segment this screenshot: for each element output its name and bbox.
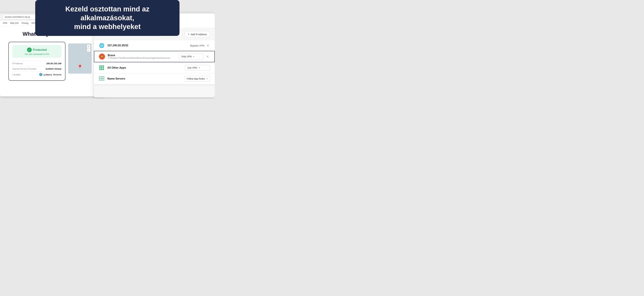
rule-action: Only VPN ▾ ✕	[179, 54, 210, 60]
pia-shield-row: ✓ Protected	[27, 48, 47, 52]
shield-icon: ✓	[27, 48, 32, 52]
rule-info: Name Servers	[107, 77, 182, 80]
table-row: Name Servers Follow App Rules ▾	[94, 73, 215, 84]
pia-ip-value: 195.80.150.189	[46, 62, 62, 65]
rule-info: 157.240.20.35/32	[107, 44, 188, 47]
banner: Kezeld osztottan mind az alkalmazásokat,…	[35, 0, 180, 36]
table-row: 🌐 157.240.20.35/32 Bypass VPN ✕	[94, 40, 215, 51]
name-servers-icon	[99, 76, 105, 82]
pia-ip-row: IP Address 195.80.150.189	[12, 61, 62, 66]
pia-protected-label: Protected	[33, 48, 47, 52]
brave-action-dropdown[interactable]: Only VPN ▾	[179, 54, 204, 60]
map-zoom-in-button[interactable]: +	[87, 44, 90, 48]
all-apps-action-label: Use VPN	[188, 66, 197, 69]
pia-widget: ✓ Protected You are connected to PIA IP …	[8, 42, 66, 81]
brave-action-label: Only VPN	[181, 55, 192, 58]
map-area: + − 📍	[68, 44, 92, 74]
remove-brave-rule-button[interactable]: ✕	[205, 54, 210, 59]
pia-connected-label: You are connected to PIA	[25, 53, 49, 55]
rule-name: Brave	[108, 54, 176, 57]
nav-pricing[interactable]: Pricing	[22, 22, 28, 24]
globe-icon: 🌐	[99, 42, 105, 48]
all-apps-icon	[99, 65, 105, 71]
pia-location-row: Location 🌍 Ljubljana, Slovenia	[12, 72, 62, 77]
apps-grid-icon	[99, 66, 104, 70]
rule-info: All Other Apps	[107, 66, 182, 69]
nav-why-pia[interactable]: Why PIA	[10, 22, 19, 24]
pia-location-label: Location	[12, 73, 21, 76]
rule-action: Bypass VPN ✕	[190, 43, 210, 48]
brave-dropdown-chevron-icon: ▾	[193, 55, 194, 58]
table-row: 🦁 Brave C:\Program Files\BraveSoftware\B…	[94, 51, 215, 62]
rule-name: All Other Apps	[107, 66, 182, 69]
rules-list: 🌐 157.240.20.35/32 Bypass VPN ✕ 🦁 Brave …	[94, 40, 215, 86]
pia-isp-label: Internet Service Provider	[12, 68, 36, 70]
nav-vpn[interactable]: VPN	[3, 22, 7, 24]
pia-location-value: 🌍 Ljubljana, Slovenia	[39, 73, 62, 76]
brave-app-icon: 🦁	[99, 54, 105, 60]
rule-info: Brave C:\Program Files\BraveSoftware\Bra…	[108, 54, 176, 59]
map-controls: + −	[87, 44, 90, 52]
name-servers-action-dropdown[interactable]: Follow App Rules ▾	[184, 76, 210, 82]
browser-content: What's My IP Address? ✓ Protected You ar…	[0, 26, 104, 96]
url-text: access.com/what-is-my-ip	[5, 16, 30, 18]
rule-name: Name Servers	[107, 77, 182, 80]
location-flag-icon: 🌍	[39, 73, 42, 76]
bypass-vpn-label: Bypass VPN	[190, 44, 204, 47]
add-ip-address-button[interactable]: + Add IP Address	[184, 31, 210, 38]
table-row: All Other Apps Use VPN ▾	[94, 62, 215, 73]
map-pin-icon: 📍	[77, 64, 83, 70]
rule-action: Follow App Rules ▾	[184, 76, 210, 82]
map-zoom-out-button[interactable]: −	[87, 48, 90, 52]
all-apps-action-dropdown[interactable]: Use VPN ▾	[185, 65, 210, 71]
pia-ip-label: IP Address	[12, 62, 23, 65]
add-ip-label: Add IP Address	[191, 33, 207, 36]
rule-path: C:\Program Files\BraveSoftware\Brave-Bro…	[108, 57, 176, 59]
remove-ip-rule-button[interactable]: ✕	[206, 43, 210, 48]
pia-location-text: Ljubljana, Slovenia	[43, 73, 62, 76]
pia-isp-value: EstNOC-Global	[46, 68, 62, 70]
add-ip-plus-icon: +	[188, 32, 190, 36]
rule-action: Use VPN ▾	[185, 65, 210, 71]
banner-text: Kezeld osztottan mind az alkalmazásokat,…	[45, 5, 170, 31]
servers-grid-icon	[99, 76, 104, 81]
name-servers-dropdown-chevron-icon: ▾	[206, 78, 208, 80]
all-apps-dropdown-chevron-icon: ▾	[199, 66, 200, 69]
name-servers-action-label: Follow App Rules	[187, 77, 205, 80]
pia-protected-box: ✓ Protected You are connected to PIA	[12, 45, 62, 58]
pia-isp-row: Internet Service Provider EstNOC-Global	[12, 66, 62, 72]
rule-name: 157.240.20.35/32	[107, 44, 188, 47]
